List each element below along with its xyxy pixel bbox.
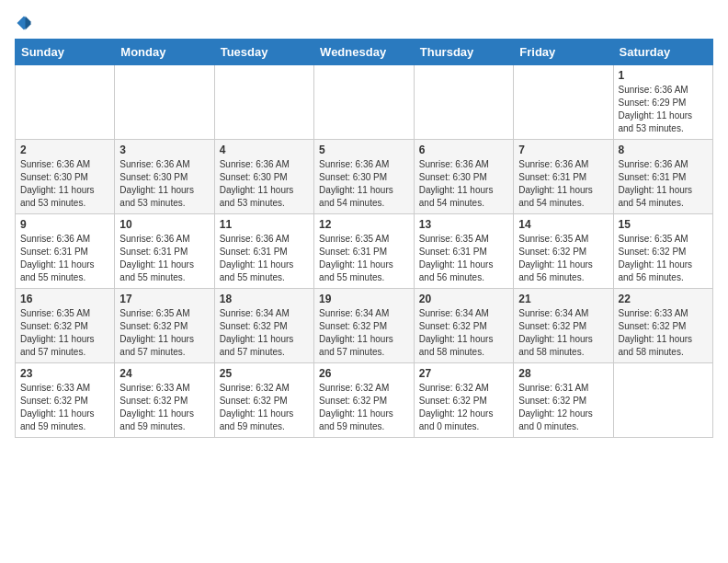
day-number: 4: [220, 144, 309, 156]
calendar-day-cell: 3Sunrise: 6:36 AMSunset: 6:30 PMDaylight…: [115, 140, 214, 214]
day-info: Sunrise: 6:34 AMSunset: 6:32 PMDaylight:…: [419, 307, 508, 359]
day-of-week-header: Tuesday: [214, 40, 313, 65]
calendar-day-cell: [314, 65, 415, 140]
day-number: 16: [20, 293, 109, 305]
day-number: 25: [220, 367, 309, 380]
day-info: Sunrise: 6:36 AMSunset: 6:31 PMDaylight:…: [619, 158, 709, 210]
calendar-week-row: 23Sunrise: 6:33 AMSunset: 6:32 PMDayligh…: [16, 363, 713, 438]
calendar-day-cell: 24Sunrise: 6:33 AMSunset: 6:32 PMDayligh…: [115, 363, 214, 438]
day-info: Sunrise: 6:34 AMSunset: 6:32 PMDaylight:…: [319, 307, 409, 359]
day-info: Sunrise: 6:35 AMSunset: 6:32 PMDaylight:…: [619, 233, 709, 284]
day-number: 7: [518, 144, 608, 156]
logo-icon: [16, 15, 32, 31]
day-info: Sunrise: 6:33 AMSunset: 6:32 PMDaylight:…: [619, 307, 709, 359]
day-info: Sunrise: 6:35 AMSunset: 6:31 PMDaylight:…: [319, 233, 409, 284]
calendar-day-cell: 12Sunrise: 6:35 AMSunset: 6:31 PMDayligh…: [314, 214, 415, 289]
calendar-day-cell: 21Sunrise: 6:34 AMSunset: 6:32 PMDayligh…: [514, 289, 613, 363]
calendar-day-cell: 26Sunrise: 6:32 AMSunset: 6:32 PMDayligh…: [314, 363, 415, 438]
day-info: Sunrise: 6:35 AMSunset: 6:32 PMDaylight:…: [20, 307, 109, 359]
day-number: 21: [518, 293, 608, 305]
calendar-day-cell: 4Sunrise: 6:36 AMSunset: 6:30 PMDaylight…: [214, 140, 313, 214]
day-number: 2: [20, 144, 109, 156]
calendar-day-cell: 27Sunrise: 6:32 AMSunset: 6:32 PMDayligh…: [414, 363, 513, 438]
day-number: 10: [119, 218, 209, 231]
day-info: Sunrise: 6:34 AMSunset: 6:32 PMDaylight:…: [220, 307, 309, 359]
day-number: 15: [619, 218, 709, 231]
day-number: 6: [419, 144, 508, 156]
calendar-day-cell: 6Sunrise: 6:36 AMSunset: 6:30 PMDaylight…: [414, 140, 513, 214]
day-number: 22: [619, 293, 709, 305]
day-number: 24: [119, 367, 209, 380]
logo: [15, 15, 32, 31]
calendar-day-cell: 20Sunrise: 6:34 AMSunset: 6:32 PMDayligh…: [414, 289, 513, 363]
day-number: 13: [419, 218, 508, 231]
day-info: Sunrise: 6:32 AMSunset: 6:32 PMDaylight:…: [220, 382, 309, 433]
svg-marker-1: [26, 17, 31, 30]
day-number: 28: [518, 367, 608, 380]
day-info: Sunrise: 6:36 AMSunset: 6:30 PMDaylight:…: [419, 158, 508, 210]
calendar-week-row: 1Sunrise: 6:36 AMSunset: 6:29 PMDaylight…: [16, 65, 713, 140]
day-info: Sunrise: 6:35 AMSunset: 6:31 PMDaylight:…: [419, 233, 508, 284]
calendar-day-cell: 23Sunrise: 6:33 AMSunset: 6:32 PMDayligh…: [16, 363, 115, 438]
calendar-day-cell: 9Sunrise: 6:36 AMSunset: 6:31 PMDaylight…: [16, 214, 115, 289]
day-info: Sunrise: 6:31 AMSunset: 6:32 PMDaylight:…: [518, 382, 608, 433]
day-info: Sunrise: 6:36 AMSunset: 6:30 PMDaylight:…: [319, 158, 409, 210]
day-info: Sunrise: 6:36 AMSunset: 6:29 PMDaylight:…: [619, 84, 709, 135]
day-info: Sunrise: 6:36 AMSunset: 6:30 PMDaylight:…: [20, 158, 109, 210]
day-number: 9: [20, 218, 109, 231]
page: SundayMondayTuesdayWednesdayThursdayFrid…: [0, 0, 728, 453]
day-number: 14: [518, 218, 608, 231]
calendar-day-cell: [414, 65, 513, 140]
calendar-day-cell: [613, 363, 713, 438]
day-number: 11: [220, 218, 309, 231]
calendar-day-cell: 7Sunrise: 6:36 AMSunset: 6:31 PMDaylight…: [514, 140, 613, 214]
day-of-week-header: Saturday: [613, 40, 713, 65]
logo-text: [15, 15, 32, 31]
day-number: 18: [220, 293, 309, 305]
day-info: Sunrise: 6:36 AMSunset: 6:31 PMDaylight:…: [20, 233, 109, 284]
calendar-day-cell: 14Sunrise: 6:35 AMSunset: 6:32 PMDayligh…: [514, 214, 613, 289]
day-number: 12: [319, 218, 409, 231]
calendar-day-cell: 8Sunrise: 6:36 AMSunset: 6:31 PMDaylight…: [613, 140, 713, 214]
day-info: Sunrise: 6:36 AMSunset: 6:30 PMDaylight:…: [220, 158, 309, 210]
day-number: 17: [119, 293, 209, 305]
day-info: Sunrise: 6:34 AMSunset: 6:32 PMDaylight:…: [518, 307, 608, 359]
day-info: Sunrise: 6:35 AMSunset: 6:32 PMDaylight:…: [119, 307, 209, 359]
day-number: 8: [619, 144, 709, 156]
calendar-day-cell: [115, 65, 214, 140]
day-of-week-header: Wednesday: [314, 40, 415, 65]
calendar-day-cell: 2Sunrise: 6:36 AMSunset: 6:30 PMDaylight…: [16, 140, 115, 214]
calendar-week-row: 9Sunrise: 6:36 AMSunset: 6:31 PMDaylight…: [16, 214, 713, 289]
calendar-week-row: 16Sunrise: 6:35 AMSunset: 6:32 PMDayligh…: [16, 289, 713, 363]
calendar-day-cell: 13Sunrise: 6:35 AMSunset: 6:31 PMDayligh…: [414, 214, 513, 289]
day-info: Sunrise: 6:33 AMSunset: 6:32 PMDaylight:…: [20, 382, 109, 433]
day-info: Sunrise: 6:36 AMSunset: 6:30 PMDaylight:…: [119, 158, 209, 210]
day-of-week-header: Sunday: [16, 40, 115, 65]
calendar-day-cell: 1Sunrise: 6:36 AMSunset: 6:29 PMDaylight…: [613, 65, 713, 140]
day-info: Sunrise: 6:35 AMSunset: 6:32 PMDaylight:…: [518, 233, 608, 284]
calendar-week-row: 2Sunrise: 6:36 AMSunset: 6:30 PMDaylight…: [16, 140, 713, 214]
calendar-day-cell: 17Sunrise: 6:35 AMSunset: 6:32 PMDayligh…: [115, 289, 214, 363]
day-info: Sunrise: 6:36 AMSunset: 6:31 PMDaylight:…: [119, 233, 209, 284]
day-number: 27: [419, 367, 508, 380]
day-info: Sunrise: 6:33 AMSunset: 6:32 PMDaylight:…: [119, 382, 209, 433]
day-number: 19: [319, 293, 409, 305]
calendar-day-cell: 22Sunrise: 6:33 AMSunset: 6:32 PMDayligh…: [613, 289, 713, 363]
day-of-week-header: Thursday: [414, 40, 513, 65]
calendar-day-cell: [214, 65, 313, 140]
calendar-day-cell: [514, 65, 613, 140]
calendar-day-cell: [16, 65, 115, 140]
calendar-table: SundayMondayTuesdayWednesdayThursdayFrid…: [15, 39, 713, 438]
day-number: 1: [619, 69, 709, 82]
day-of-week-header: Monday: [115, 40, 214, 65]
calendar-header-row: SundayMondayTuesdayWednesdayThursdayFrid…: [16, 40, 713, 65]
day-number: 3: [119, 144, 209, 156]
calendar-day-cell: 15Sunrise: 6:35 AMSunset: 6:32 PMDayligh…: [613, 214, 713, 289]
calendar-day-cell: 18Sunrise: 6:34 AMSunset: 6:32 PMDayligh…: [214, 289, 313, 363]
calendar-day-cell: 25Sunrise: 6:32 AMSunset: 6:32 PMDayligh…: [214, 363, 313, 438]
day-info: Sunrise: 6:32 AMSunset: 6:32 PMDaylight:…: [419, 382, 508, 433]
calendar-day-cell: 16Sunrise: 6:35 AMSunset: 6:32 PMDayligh…: [16, 289, 115, 363]
header: [15, 15, 713, 31]
day-info: Sunrise: 6:32 AMSunset: 6:32 PMDaylight:…: [319, 382, 409, 433]
day-number: 5: [319, 144, 409, 156]
